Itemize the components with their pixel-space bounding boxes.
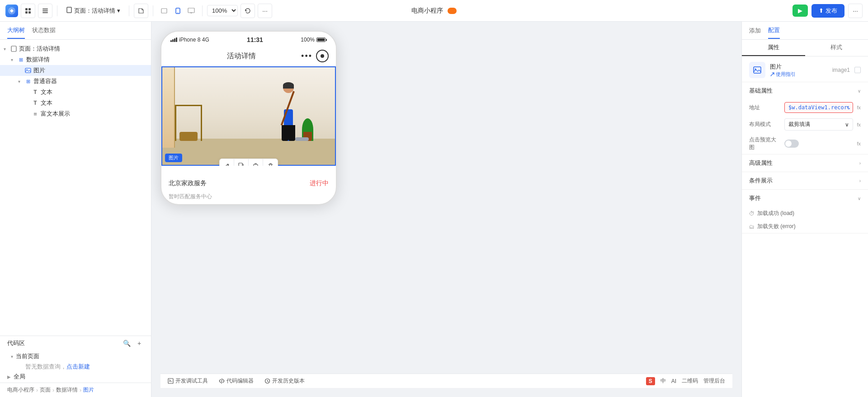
more-btn-left[interactable]: ··· — [258, 4, 272, 18]
create-new-link[interactable]: 点击新建 — [66, 363, 90, 370]
grid-view-btn[interactable] — [21, 4, 35, 18]
publish-btn[interactable]: ⬆ 发布 — [811, 4, 844, 18]
code-editor-btn[interactable]: 代码编辑器 — [219, 377, 254, 385]
cleaning-scene-bg — [161, 66, 336, 166]
svg-rect-5 — [42, 9, 48, 9]
address-input[interactable] — [784, 102, 853, 113]
phone-content: 图片 — [161, 66, 336, 204]
preview-fx[interactable]: fx — [857, 141, 861, 146]
panel-top-tabs: 添加 配置 — [742, 22, 868, 40]
device-desktop-btn[interactable] — [185, 5, 198, 17]
tree-item-text1[interactable]: ▶ T 文本 ⋮⋮ — [0, 87, 151, 98]
device-buttons — [158, 5, 198, 17]
canvas-bottom-bar: 开发调试工具 代码编辑器 开发历史版本 S 中 AI 二维码 管理后台 — [160, 374, 732, 388]
tab-add[interactable]: 添加 — [749, 23, 761, 38]
code-global-item[interactable]: ▶ 全局 — [0, 371, 151, 383]
dev-history-btn[interactable]: 开发历史版本 — [264, 377, 305, 385]
component-guide-link[interactable]: 使用指引 — [770, 71, 828, 78]
phone-record-btn[interactable] — [316, 50, 329, 62]
tab-outline[interactable]: 大纲树 — [7, 23, 25, 39]
events-title: 事件 — [749, 194, 858, 202]
device-tablet-btn[interactable] — [158, 5, 170, 17]
tree-item-page[interactable]: ▾ 页面：活动详情 ⚙ 🔍 — [0, 43, 151, 54]
more-btn-right[interactable]: ··· — [848, 4, 863, 18]
phone-status-text: 进行中 — [310, 179, 329, 187]
search-icon[interactable]: 🔍 — [141, 46, 147, 52]
events-section: 事件 ∨ ⏱ 加载成功 (load) 🗂 加载失败 (error) — [742, 190, 868, 234]
address-fx[interactable]: fx — [857, 105, 861, 110]
breadcrumb-app[interactable]: 电商小程序 — [7, 386, 34, 394]
refresh-btn[interactable] — [241, 4, 255, 18]
page-selector[interactable]: 页面：活动详情 ▾ — [62, 5, 124, 17]
tree-item-text2[interactable]: ▶ T 文本 ⋮⋮ — [0, 98, 151, 108]
conditional-header[interactable]: 条件展示 › — [742, 172, 868, 189]
drag-icon[interactable]: ⋮⋮ — [137, 56, 147, 63]
settings-icon[interactable]: ⚙ — [134, 46, 139, 52]
breadcrumb-page[interactable]: 页面 — [40, 386, 51, 394]
tree-item-image[interactable]: ▶ 图片 ⋮⋮ — [0, 65, 151, 76]
edit-icon-btn[interactable] — [220, 159, 234, 166]
drag-icon-text1[interactable]: ⋮⋮ — [137, 89, 147, 95]
tree-item-richtext[interactable]: ▶ ≡ 富文本展示 ⋮⋮ — [0, 108, 151, 119]
code-add-btn[interactable]: + — [135, 339, 144, 348]
tree-item-container[interactable]: ▾ ⊞ 普通容器 — [0, 76, 151, 87]
guide-label: 使用指引 — [776, 71, 796, 78]
address-expand-icon[interactable]: ⤡ — [846, 105, 850, 111]
delete-icon-btn[interactable] — [263, 159, 278, 166]
tree-label-text1: 文本 — [41, 88, 137, 96]
events-header[interactable]: 事件 ∨ — [742, 190, 868, 207]
code-search-btn[interactable]: 🔍 — [122, 339, 131, 348]
paste-icon-btn[interactable] — [249, 159, 263, 166]
drag-icon-image[interactable]: ⋮⋮ — [137, 67, 147, 74]
text2-node-icon: T — [32, 99, 39, 107]
phone-frame: iPhone 8 4G 11:31 100% 活动详情 ••• — [160, 31, 337, 205]
svg-rect-3 — [25, 11, 28, 14]
phone-nav-dots[interactable]: ••• — [301, 51, 312, 61]
zoom-selector[interactable]: 100% 75% 50% 125% — [207, 5, 238, 16]
share-btn[interactable]: 管理后台 — [703, 377, 725, 385]
page-icon — [66, 7, 72, 14]
qr-btn[interactable]: 二维码 — [682, 377, 698, 385]
list-view-btn[interactable] — [38, 4, 52, 18]
tree-label-data: 数据详情 — [26, 56, 137, 64]
component-visible-checkbox[interactable] — [854, 67, 861, 73]
advanced-arrow: › — [859, 161, 861, 166]
ai-btn[interactable]: AI — [671, 378, 676, 384]
preview-btn[interactable]: ▶ — [793, 5, 808, 17]
copy-icon-btn[interactable] — [234, 159, 249, 166]
code-current-page-item[interactable]: ▾ 当前页面 — [0, 350, 151, 362]
text1-node-icon: T — [32, 89, 39, 96]
bottom-right-icons: S 中 AI 二维码 管理后台 — [646, 377, 725, 385]
canvas-area[interactable]: iPhone 8 4G 11:31 100% 活动详情 ••• — [151, 22, 741, 397]
chair-seat — [179, 132, 198, 141]
tab-config[interactable]: 配置 — [768, 23, 780, 39]
prop-layout-row: 布局模式 裁剪填满 ∨ fx — [742, 116, 868, 133]
preview-toggle[interactable] — [784, 140, 799, 148]
advanced-props-header[interactable]: 高级属性 › — [742, 154, 868, 172]
dev-tools-btn[interactable]: 开发调试工具 — [168, 377, 208, 385]
prop-preview-value — [784, 140, 853, 148]
phone-image-area[interactable]: 图片 — [161, 66, 336, 166]
data-node-icon: ⊞ — [17, 56, 24, 63]
device-phone-btn[interactable] — [171, 5, 184, 17]
drag-icon-richtext[interactable]: ⋮⋮ — [137, 111, 147, 117]
layout-fx[interactable]: fx — [857, 122, 861, 127]
prop-preview-label: 点击预览大图 — [749, 136, 781, 151]
layout-select[interactable]: 裁剪填满 ∨ — [784, 118, 853, 131]
breadcrumb-data[interactable]: 数据详情 — [56, 386, 78, 394]
left-sidebar: 大纲树 状态数据 ▾ 页面：活动详情 ⚙ 🔍 — [0, 22, 151, 397]
tab-state[interactable]: 状态数据 — [32, 23, 56, 39]
drag-icon-text2[interactable]: ⋮⋮ — [137, 100, 147, 106]
sub-tab-props[interactable]: 属性 — [742, 40, 805, 56]
tree-item-data-detail[interactable]: ▾ ⊞ 数据详情 ⋮⋮ — [0, 54, 151, 65]
basic-props-header[interactable]: 基础属性 ∨ — [742, 82, 868, 99]
sub-tab-style[interactable]: 样式 — [805, 40, 868, 56]
file-icon-btn[interactable] — [134, 4, 148, 18]
status-right: 100% — [301, 37, 327, 43]
sep2: › — [52, 387, 54, 393]
lang-switch[interactable]: 中 — [660, 377, 666, 385]
svg-rect-7 — [42, 12, 48, 13]
advanced-props-title: 高级属性 — [749, 159, 859, 167]
code-header: 代码区 🔍 + — [0, 336, 151, 350]
bar4 — [176, 37, 177, 42]
